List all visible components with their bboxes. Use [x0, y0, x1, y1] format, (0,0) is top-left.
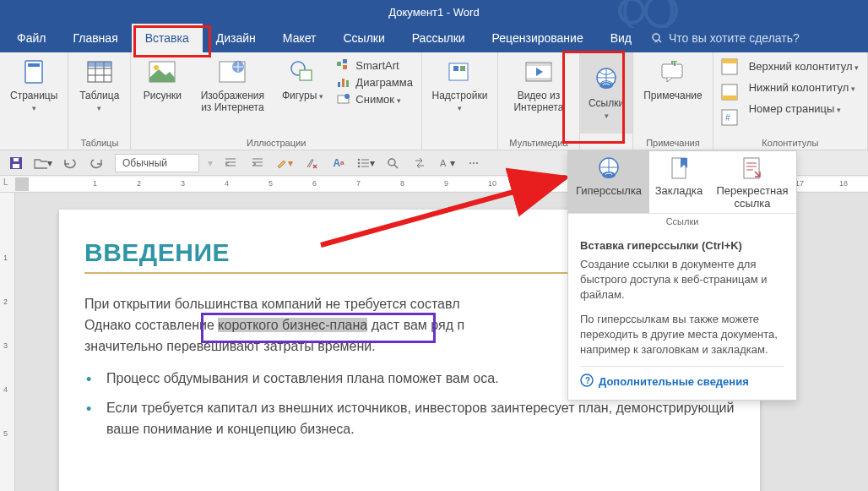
bullet-2: Если требуется капитал из внешних источн… [103, 398, 735, 440]
shapes-button[interactable]: Фигуры [278, 56, 327, 103]
svg-point-21 [344, 94, 350, 99]
group-illustrations: Рисунки Изображения из Интернета Фигуры … [131, 52, 422, 150]
tab-layout[interactable]: Макет [269, 24, 330, 52]
video-icon [524, 57, 553, 86]
chart-button[interactable]: Диаграмма [335, 74, 415, 90]
svg-rect-39 [14, 158, 19, 161]
links-button[interactable]: Ссылки [580, 52, 632, 134]
ribbon: Страницы Таблица Таблицы Рисунки Изображ… [0, 52, 868, 150]
header-button[interactable]: Верхний колонтитул [747, 59, 860, 74]
tooltip-text-2: По гиперссылкам вы также можете переходи… [580, 312, 784, 358]
tab-home[interactable]: Главная [59, 24, 131, 52]
highlight-button[interactable]: ▾ [275, 154, 294, 172]
style-selector[interactable]: Обычный [115, 154, 199, 172]
undo-button[interactable] [61, 154, 79, 172]
svg-text:?: ? [585, 376, 590, 385]
svg-rect-34 [722, 95, 737, 100]
group-label-headers: Колонтитулы [762, 136, 818, 148]
svg-rect-38 [13, 164, 19, 168]
online-video-button[interactable]: Видео из Интернета [505, 56, 572, 115]
redo-button[interactable] [88, 154, 106, 172]
find-button[interactable] [383, 154, 402, 172]
clear-formatting-button[interactable] [302, 154, 321, 172]
svg-rect-5 [28, 63, 40, 67]
svg-text:#: # [725, 113, 730, 123]
chart-icon [337, 75, 350, 89]
globe-picture-icon [218, 57, 247, 86]
svg-rect-30 [662, 64, 682, 78]
group-label-tables: Таблицы [80, 136, 118, 148]
comment-button[interactable]: Примечание [640, 56, 705, 103]
table-icon [85, 57, 114, 86]
smartart-button[interactable]: SmartArt [335, 57, 415, 73]
tab-references[interactable]: Ссылки [329, 24, 398, 52]
indent-decrease-button[interactable] [221, 154, 240, 172]
hyperlink-button[interactable]: Гиперссылка [568, 151, 649, 213]
tab-mailings[interactable]: Рассылки [399, 24, 479, 52]
selected-text[interactable]: короткого бизнес-плана [218, 318, 367, 332]
pagenum-thumb-icon: # [720, 108, 739, 130]
tab-design[interactable]: Дизайн [203, 24, 269, 52]
shapes-icon [288, 57, 317, 86]
hyperlink-tooltip: Вставка гиперссылки (Ctrl+K) Создание сс… [568, 231, 796, 400]
pictures-button[interactable]: Рисунки [138, 56, 187, 103]
group-label-pages [33, 136, 35, 148]
pages-button[interactable]: Страницы [7, 56, 61, 115]
table-button[interactable]: Таблица [75, 56, 124, 115]
footer-button[interactable]: Нижний колонтитул [747, 80, 860, 95]
group-headers: # Верхний колонтитул Нижний колонтитул Н… [713, 52, 868, 150]
tooltip-title: Вставка гиперссылки (Ctrl+K) [580, 239, 784, 252]
open-button[interactable]: ▾ [34, 154, 52, 172]
svg-point-3 [653, 34, 659, 41]
tooltip-text-1: Создание ссылки в документе для быстрого… [580, 257, 784, 303]
svg-rect-19 [346, 80, 349, 87]
svg-rect-7 [88, 62, 111, 67]
group-links: Ссылки [580, 52, 633, 150]
font-color-button[interactable]: Aa [329, 154, 348, 172]
bookmark-button[interactable]: Закладка [649, 151, 708, 213]
tab-file[interactable]: Файл [3, 24, 59, 52]
replace-button[interactable] [410, 154, 429, 172]
more-button[interactable]: ⋯ [464, 154, 483, 172]
indent-increase-button[interactable] [248, 154, 267, 172]
svg-text:A: A [440, 158, 447, 168]
tooltip-more-link[interactable]: ? Дополнительные сведения [580, 366, 784, 390]
group-pages: Страницы [0, 52, 68, 150]
vertical-ruler[interactable]: 12345 [0, 193, 15, 491]
group-label-comments: Примечания [646, 136, 700, 148]
addins-icon [445, 57, 474, 86]
group-tables: Таблица Таблицы [68, 52, 131, 150]
addins-button[interactable]: Надстройки [429, 56, 491, 115]
footer-thumb-icon [720, 83, 739, 105]
svg-rect-26 [526, 63, 551, 66]
group-media: Видео из Интернета Мультимедиа [498, 52, 580, 150]
group-label-media: Мультимедиа [509, 136, 567, 148]
tell-me-search[interactable]: Что вы хотите сделать? [650, 31, 800, 45]
pagenum-button[interactable]: Номер страницы [747, 101, 860, 116]
save-button[interactable] [7, 154, 25, 172]
tab-insert[interactable]: Вставка [132, 24, 203, 52]
svg-rect-18 [342, 79, 344, 87]
group-label-illustrations: Иллюстрации [247, 136, 306, 148]
popup-group-label: Ссылки [568, 214, 796, 231]
svg-point-40 [358, 158, 361, 161]
online-pictures-button[interactable]: Изображения из Интернета [195, 56, 269, 115]
picture-icon [148, 57, 176, 86]
document-title: Документ1 - Word [388, 6, 479, 19]
svg-rect-27 [526, 78, 551, 81]
crossref-button[interactable]: Перекрестная ссылка [708, 151, 796, 213]
tell-me-text: Что вы хотите сделать? [669, 31, 800, 45]
svg-rect-15 [343, 59, 347, 63]
bullets-button[interactable]: ▾ [356, 154, 375, 172]
bookmark-icon [668, 156, 690, 184]
svg-point-43 [388, 159, 395, 166]
font-dialog-button[interactable]: A▾ [437, 154, 456, 172]
tab-review[interactable]: Рецензирование [479, 24, 597, 52]
screenshot-icon [337, 92, 350, 106]
svg-rect-49 [744, 158, 759, 178]
title-bar: Документ1 - Word [0, 0, 868, 24]
link-globe-icon [592, 65, 621, 94]
header-thumb-icon [720, 57, 739, 79]
ruler-unit: L [3, 177, 8, 187]
screenshot-button[interactable]: Снимок [335, 91, 415, 106]
